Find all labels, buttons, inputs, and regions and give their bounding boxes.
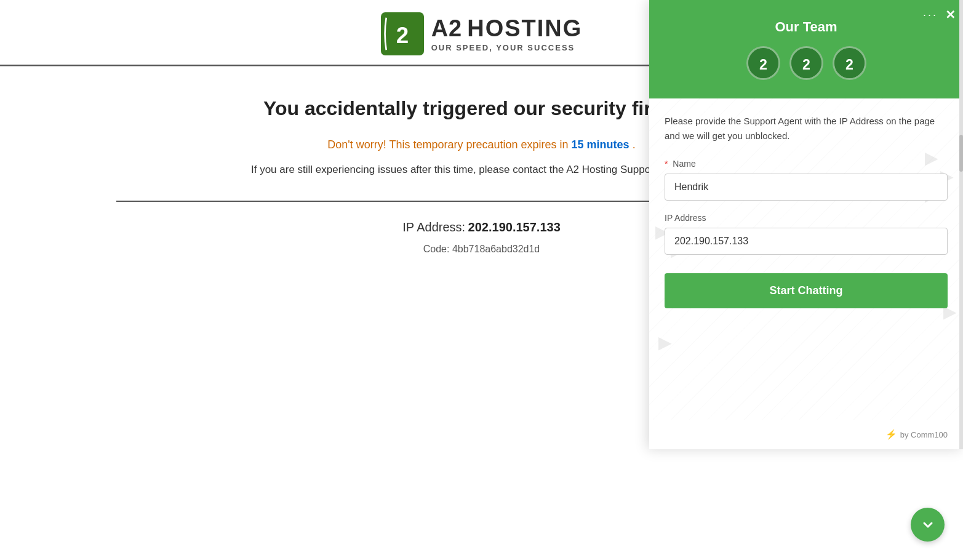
logo-text: A2 HOSTING OUR SPEED, YOUR SUCCESS <box>431 15 583 52</box>
ip-value: 202.190.157.133 <box>468 220 561 234</box>
close-icon[interactable]: ✕ <box>945 7 956 22</box>
chat-scrollbar[interactable] <box>959 0 963 449</box>
chat-header: ··· ✕ Our Team 2 2 2 <box>649 0 963 98</box>
agent-avatar-2: 2 <box>789 46 823 80</box>
chat-options-icon[interactable]: ··· <box>923 9 938 22</box>
chat-team-title: Our Team <box>775 19 837 35</box>
start-chatting-button[interactable]: Start Chatting <box>665 273 948 308</box>
required-star: * <box>665 159 668 169</box>
svg-text:2: 2 <box>759 56 767 72</box>
name-input[interactable] <box>665 174 948 201</box>
chevron-down-icon <box>921 518 935 532</box>
ip-address-input[interactable] <box>665 228 948 255</box>
agent-avatar-3: 2 <box>833 46 866 80</box>
footer-brand: by Comm100 <box>900 430 948 439</box>
logo-a2: A2 <box>431 15 463 42</box>
logo-tagline: OUR SPEED, YOUR SUCCESS <box>431 43 583 52</box>
chat-widget: ··· ✕ Our Team 2 2 2 <box>649 0 963 449</box>
ip-label: IP Address: <box>402 220 465 234</box>
logo: 2 A2 HOSTING OUR SPEED, YOUR SUCCESS <box>381 12 583 55</box>
minutes-highlight: 15 minutes <box>572 138 629 151</box>
ip-address-label: IP Address <box>665 213 948 223</box>
bg-arrow-8: ▶ <box>658 332 672 353</box>
name-label: * Name <box>665 159 948 169</box>
logo-hosting: HOSTING <box>467 15 582 42</box>
svg-text:2: 2 <box>396 23 408 48</box>
scroll-down-button[interactable] <box>911 508 945 542</box>
chat-header-controls[interactable]: ··· ✕ <box>923 7 956 22</box>
chat-scrollbar-thumb[interactable] <box>959 135 963 172</box>
ip-field-group: IP Address <box>665 213 948 267</box>
chat-body: ▶ ▶ ▶ ▶ ▶ ▶ ▶ ▶ Please provide the Suppo… <box>649 98 963 420</box>
a2-logo-icon: 2 <box>381 12 424 55</box>
svg-text:2: 2 <box>802 56 810 72</box>
svg-text:2: 2 <box>845 56 853 72</box>
chat-avatars: 2 2 2 <box>746 46 866 80</box>
bolt-icon: ⚡ <box>885 429 897 440</box>
chat-intro-text: Please provide the Support Agent with th… <box>665 114 948 143</box>
name-field-group: * Name <box>665 159 948 213</box>
chat-footer: ⚡ by Comm100 <box>649 420 963 449</box>
agent-avatar-1: 2 <box>746 46 780 80</box>
